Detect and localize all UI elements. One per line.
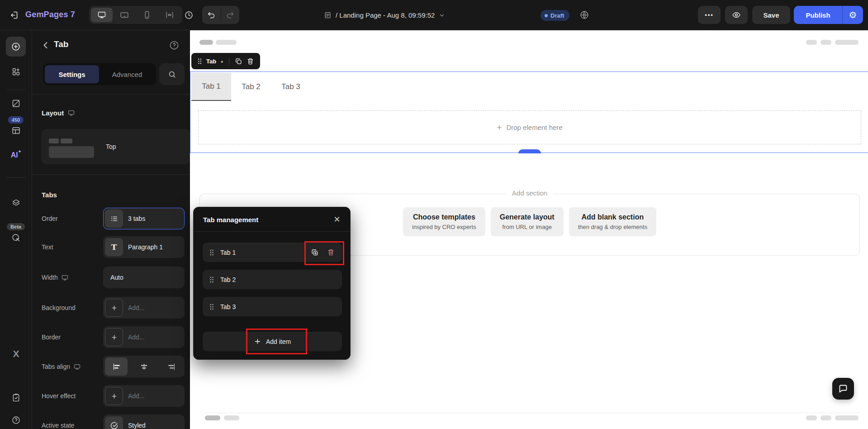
align-left-option[interactable] [105,358,128,376]
choose-templates-button[interactable]: Choose templatesinspired by CRO experts [403,207,485,236]
setting-value: Add... [128,392,145,400]
desktop-icon [97,10,106,19]
plus-icon: + [497,123,502,133]
setting-row-hover-effect: Hover effectAdd... [32,385,190,407]
layout-thumb-tab1 [49,138,59,143]
ai-assistant-button[interactable]: AI✦ [0,151,32,159]
interactions-button[interactable] [0,233,32,243]
delete-icon[interactable] [247,57,254,65]
tab-advanced[interactable]: Advanced [100,65,154,83]
drag-handle-icon[interactable] [209,303,214,310]
canvas-tab-2[interactable]: Tab 2 [231,73,271,101]
setting-label-text: Order [42,215,58,222]
tab-settings[interactable]: Settings [45,65,99,83]
layers-button[interactable] [0,198,32,208]
resize-handle[interactable] [518,149,541,153]
width-control[interactable]: Auto [103,267,185,288]
tabs-align-control[interactable] [103,356,185,377]
drop-element-zone[interactable]: + Drop element here [198,110,861,144]
tasks-button[interactable] [0,393,32,402]
modal-tab-row-2[interactable]: Tab 2 [203,270,342,289]
left-icon-sidebar: 450 AI✦ Beta X [0,30,32,429]
generate-layout-button[interactable]: Generate layoutfrom URL or image [491,207,564,236]
device-mode-fit-width[interactable] [159,8,180,22]
drag-handle-icon[interactable] [197,58,202,65]
add-section-button-title: Add blank section [578,213,647,221]
duplicate-icon[interactable] [235,57,242,65]
drag-handle-icon[interactable] [209,249,214,256]
modal-header: Tab management ✕ [194,207,350,232]
modal-tab-row-3[interactable]: Tab 3 [203,297,342,316]
help-button[interactable] [0,415,32,425]
topbar: GemPages 7 / Landing Page - Aug 8, 09:59… [0,0,868,30]
add-blank-section-button[interactable]: Add blank sectionthen drag & drop elemen… [569,207,656,236]
more-options-button[interactable]: ••• [698,6,721,24]
layout-position-card[interactable]: Top [42,129,190,164]
setting-label-text: Width [42,274,58,281]
footer-skeleton-bar [224,415,239,420]
templates-button[interactable] [0,126,32,135]
sidebar-divider [6,90,26,90]
active-state-control[interactable]: Styled [103,415,185,429]
publish-settings-gear-icon[interactable]: ⚙ [842,6,863,24]
gempages-editor: GemPages 7 / Landing Page - Aug 8, 09:59… [0,0,868,429]
device-mode-tablet[interactable] [114,8,135,22]
back-chevron-icon[interactable] [40,40,51,51]
setting-label: Width [42,267,69,288]
border-control[interactable]: Add... [103,326,185,348]
version-history-icon[interactable] [184,10,194,20]
align-right-icon [167,362,176,371]
setting-value: 3 tabs [128,215,145,222]
x-integration-button[interactable]: X [0,348,32,359]
setting-value: Auto [105,274,123,281]
help-circle-icon [11,415,21,425]
device-mode-desktop[interactable] [91,8,113,22]
add-element-button[interactable] [6,37,26,57]
setting-label: Active state [42,415,74,429]
canvas-tab-3[interactable]: Tab 3 [271,73,311,101]
caret-up-icon[interactable]: ▲ [220,60,223,63]
view-live-globe-icon[interactable] [579,10,589,20]
hover-effect-control[interactable]: Add... [103,385,185,407]
publish-button[interactable]: Publish [794,6,842,24]
add-section-button-subtitle: inspired by CRO experts [412,224,476,230]
canvas-tab-1[interactable]: Tab 1 [191,73,231,101]
undo-button[interactable] [202,6,221,24]
footer-skeleton-bar [821,415,831,420]
annotation-box-row-actions [304,241,344,265]
layout-position-value: Top [106,129,116,164]
setting-label-text: Border [42,334,61,341]
selected-element-label[interactable]: Tab [206,58,216,65]
close-icon[interactable]: ✕ [332,214,342,224]
setting-row-width: WidthAuto [32,267,190,288]
page-title-group[interactable]: / Landing Page - Aug 8, 09:59:52 [324,0,445,30]
modal-tab-label: Tab 3 [220,303,236,310]
panel-divider [32,174,190,175]
align-right-option[interactable] [160,358,183,376]
setting-label: Order [42,208,58,229]
text-style-icon: T [105,238,123,256]
exit-editor-icon[interactable] [9,10,19,20]
tabs-section-heading: Tabs [42,191,57,199]
pages-icon [11,99,21,108]
setting-row-tabs-align: Tabs align [32,356,190,377]
device-mode-mobile[interactable] [136,8,158,22]
text-control[interactable]: TParagraph 1 [103,236,185,258]
pages-button[interactable] [0,99,32,108]
align-center-option[interactable] [133,358,155,376]
drag-handle-icon[interactable] [209,276,214,283]
add-section-library-button[interactable] [0,67,32,76]
save-button[interactable]: Save [752,6,790,24]
preview-button[interactable] [725,6,748,24]
panel-search-button[interactable] [159,63,185,85]
sidebar-divider [6,177,26,178]
setting-value: Styled [128,422,146,429]
add-section-button-subtitle: from URL or image [500,224,555,230]
panel-help-icon[interactable] [169,40,180,51]
background-control[interactable]: Add... [103,297,185,319]
responsive-monitor-icon [67,109,75,117]
selected-tab-element[interactable]: Tab 1Tab 2Tab 3 + Drop element here [190,72,868,153]
chat-support-button[interactable] [832,378,854,400]
order-control[interactable]: 3 tabs [103,208,185,229]
redo-button[interactable] [221,6,240,24]
